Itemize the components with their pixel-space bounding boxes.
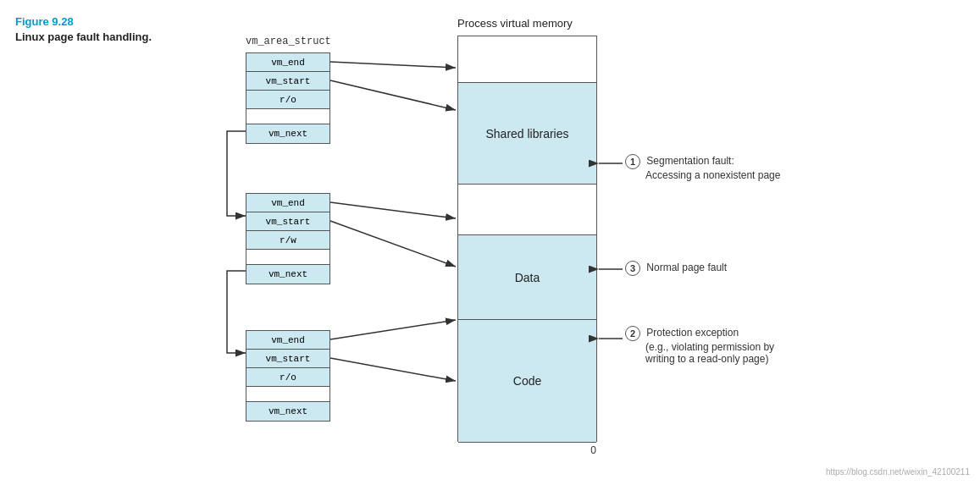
figure-subtitle: Linux page fault handling.	[15, 30, 152, 43]
vm-gap-2	[246, 250, 329, 265]
ann1-line2: Accessing a nonexistent page	[645, 169, 780, 181]
ann2-line1: Protection exception	[646, 327, 739, 339]
svg-line-2	[330, 62, 456, 68]
svg-line-7	[330, 358, 456, 381]
vm-start-3: vm_start	[246, 350, 329, 368]
svg-line-4	[330, 202, 456, 218]
zero-label: 0	[590, 444, 596, 456]
svg-line-5	[330, 221, 456, 267]
vm-prot-2: r/w	[246, 231, 329, 250]
vm-end-2: vm_end	[246, 194, 329, 212]
annotation-protection: 2 Protection exception (e.g., violating …	[625, 326, 774, 365]
vm-gap-1	[246, 109, 329, 124]
vm-area-struct-label: vm_area_struct	[246, 36, 331, 47]
circle-2: 2	[625, 326, 640, 341]
process-mem-label: Process virtual memory	[457, 17, 573, 30]
svg-line-6	[330, 320, 456, 339]
vm-struct-1: vm_end vm_start r/o vm_next	[246, 52, 330, 144]
circle-1: 1	[625, 154, 640, 169]
vm-end-1: vm_end	[246, 53, 329, 72]
ann1-line1: Segmentation fault:	[646, 155, 734, 167]
vm-next-3: vm_next	[246, 402, 329, 421]
ann2-line2: (e.g., violating permission by	[645, 341, 774, 353]
process-virtual-memory-box: Shared libraries Data Code 0	[457, 36, 597, 442]
vm-next-1: vm_next	[246, 124, 329, 143]
vm-prot-3: r/o	[246, 368, 329, 387]
code-region: Code	[458, 320, 596, 443]
svg-line-3	[330, 80, 456, 110]
vm-gap-3	[246, 387, 329, 402]
vm-struct-2: vm_end vm_start r/w vm_next	[246, 193, 330, 284]
annotation-normal-fault: 3 Normal page fault	[625, 261, 727, 276]
annotation-segfault: 1 Segmentation fault: Accessing a nonexi…	[625, 154, 780, 181]
watermark: https://blog.csdn.net/weixin_42100211	[826, 467, 970, 477]
vm-struct-3: vm_end vm_start r/o vm_next	[246, 330, 330, 422]
vm-prot-1: r/o	[246, 91, 329, 109]
figure-title: Figure 9.28	[15, 15, 74, 28]
shared-libraries-region: Shared libraries	[458, 83, 596, 185]
circle-3: 3	[625, 261, 640, 276]
vm-start-1: vm_start	[246, 72, 329, 91]
ann3-line1: Normal page fault	[646, 262, 727, 273]
vm-next-2: vm_next	[246, 265, 329, 284]
ann2-line3: writing to a read-only page)	[645, 353, 768, 365]
main-container: Figure 9.28 Linux page fault handling. v…	[0, 0, 980, 485]
vm-start-2: vm_start	[246, 212, 329, 231]
vm-end-3: vm_end	[246, 331, 329, 350]
data-region: Data	[458, 235, 596, 320]
